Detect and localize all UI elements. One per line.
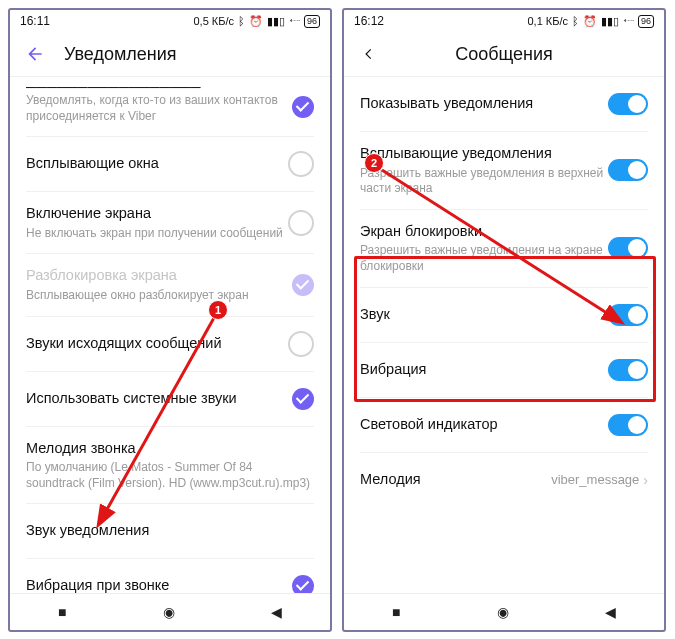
toggle-on[interactable] (608, 93, 648, 115)
row-outgoing-sounds[interactable]: Звуки исходящих сообщений (26, 317, 314, 372)
toggle-on[interactable] (608, 304, 648, 326)
nav-bar: ■ ◉ ◀ (344, 593, 664, 630)
row-floating-notifications[interactable]: Всплывающие уведомления Разрешить важные… (360, 132, 648, 210)
bluetooth-icon: ᛒ (238, 15, 245, 27)
row-vibrate-call[interactable]: Вибрация при звонке (26, 559, 314, 593)
row-sound[interactable]: Звук (360, 288, 648, 343)
nav-bar: ■ ◉ ◀ (10, 593, 330, 630)
row-melody[interactable]: Мелодия viber_message › (360, 453, 648, 507)
status-right: 0,1 КБ/с ᛒ ⏰ ▮▮▯ ⬸ 96 (527, 15, 654, 28)
checkbox-unchecked[interactable] (288, 210, 314, 236)
status-right: 0,5 КБ/с ᛒ ⏰ ▮▮▯ ⬸ 96 (193, 15, 320, 28)
back-button[interactable] (358, 43, 380, 65)
header: Сообщения (344, 32, 664, 77)
clock: 16:12 (354, 14, 384, 28)
toggle-on[interactable] (608, 159, 648, 181)
wifi-icon: ⬸ (623, 15, 634, 27)
row-screen-on[interactable]: Включение экрана Не включать экран при п… (26, 192, 314, 254)
melody-value: viber_message (551, 472, 639, 487)
row-ringtone[interactable]: Мелодия звонка По умолчанию (Le Matos - … (26, 427, 314, 505)
bluetooth-icon: ᛒ (572, 15, 579, 27)
nav-recent-icon[interactable]: ■ (58, 604, 66, 620)
checkbox-checked[interactable] (292, 575, 314, 593)
annotation-badge-1: 1 (208, 300, 228, 320)
wifi-icon: ⬸ (289, 15, 300, 27)
row-lock-screen[interactable]: Экран блокировки Разрешить важные уведом… (360, 210, 648, 288)
toggle-on[interactable] (608, 237, 648, 259)
checkbox-unchecked[interactable] (288, 151, 314, 177)
status-bar: 16:11 0,5 КБ/с ᛒ ⏰ ▮▮▯ ⬸ 96 (10, 10, 330, 32)
row-unlock: Разблокировка экрана Всплывающее окно ра… (26, 254, 314, 316)
signal-icon: ▮▮▯ (601, 15, 619, 28)
annotation-badge-2: 2 (364, 153, 384, 173)
nav-recent-icon[interactable]: ■ (392, 604, 400, 620)
checkbox-unchecked[interactable] (288, 331, 314, 357)
battery-icon: 96 (304, 15, 320, 28)
phone-right: 16:12 0,1 КБ/с ᛒ ⏰ ▮▮▯ ⬸ 96 Сообщения По… (342, 8, 666, 632)
checkbox-checked[interactable] (292, 96, 314, 118)
status-bar: 16:12 0,1 КБ/с ᛒ ⏰ ▮▮▯ ⬸ 96 (344, 10, 664, 32)
row-contact-joined[interactable]: ───────────────── Уведомлять, когда кто-… (26, 77, 314, 137)
row-popup[interactable]: Всплывающие окна (26, 137, 314, 192)
nav-home-icon[interactable]: ◉ (497, 604, 509, 620)
nav-back-icon[interactable]: ◀ (605, 604, 616, 620)
alarm-icon: ⏰ (249, 15, 263, 28)
page-title: Уведомления (64, 44, 177, 65)
signal-icon: ▮▮▯ (267, 15, 285, 28)
row-led[interactable]: Световой индикатор (360, 398, 648, 453)
checkbox-checked[interactable] (292, 388, 314, 410)
header: Уведомления (10, 32, 330, 77)
toggle-on[interactable] (608, 359, 648, 381)
row-notification-sound[interactable]: Звук уведомления (26, 504, 314, 559)
settings-list: Показывать уведомления Всплывающие уведо… (344, 77, 664, 593)
battery-icon: 96 (638, 15, 654, 28)
toggle-on[interactable] (608, 414, 648, 436)
page-title: Сообщения (398, 44, 610, 65)
back-button[interactable] (24, 43, 46, 65)
row-system-sounds[interactable]: Использовать системные звуки (26, 372, 314, 427)
clock: 16:11 (20, 14, 50, 28)
nav-home-icon[interactable]: ◉ (163, 604, 175, 620)
nav-back-icon[interactable]: ◀ (271, 604, 282, 620)
chevron-right-icon: › (643, 472, 648, 488)
row-show-notifications[interactable]: Показывать уведомления (360, 77, 648, 132)
row-vibration[interactable]: Вибрация (360, 343, 648, 398)
checkbox-checked-disabled (292, 274, 314, 296)
phone-left: 16:11 0,5 КБ/с ᛒ ⏰ ▮▮▯ ⬸ 96 Уведомления … (8, 8, 332, 632)
alarm-icon: ⏰ (583, 15, 597, 28)
settings-list: ───────────────── Уведомлять, когда кто-… (10, 77, 330, 593)
